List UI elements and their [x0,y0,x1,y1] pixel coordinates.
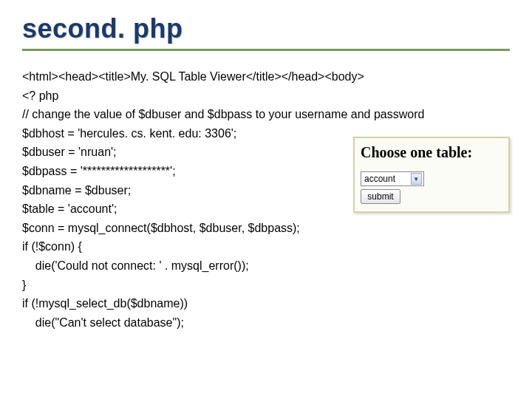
table-select[interactable]: account ▾ [361,171,424,186]
table-select-value: account [364,174,395,184]
inset-controls-row: account ▾ [361,171,502,186]
inset-heading: Choose one table: [361,144,502,161]
page-title: second. php [22,13,510,51]
chevron-down-icon: ▾ [411,173,422,185]
inset-panel: Choose one table: account ▾ submit [353,137,510,213]
submit-button[interactable]: submit [361,189,400,204]
